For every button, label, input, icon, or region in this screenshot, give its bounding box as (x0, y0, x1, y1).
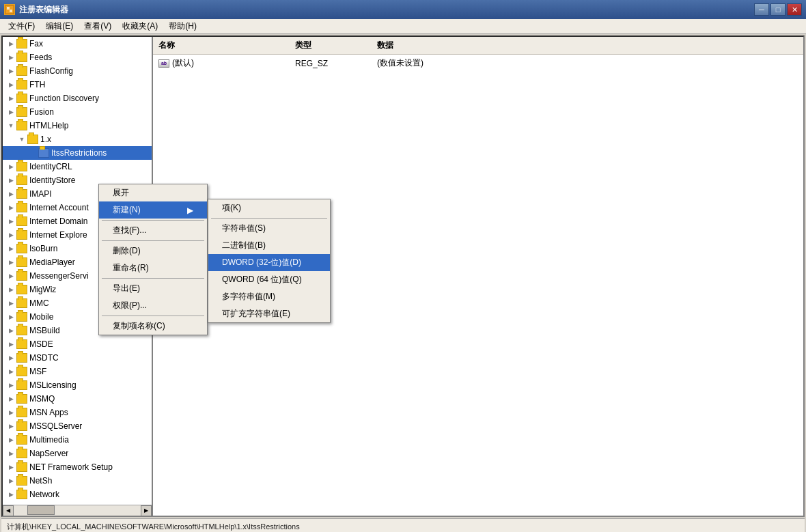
tree-label-mmc: MMC (29, 298, 49, 308)
menu-view[interactable]: 查看(V) (79, 19, 117, 33)
folder-icon-msdtc (16, 353, 27, 363)
tree-item-fusion[interactable]: ▶ Fusion (3, 105, 152, 119)
menu-edit[interactable]: 编辑(E) (40, 19, 79, 33)
tree-hscrollbar[interactable]: ◀ ▶ (3, 505, 152, 516)
tree-item-msdtc[interactable]: ▶ MSDTC (3, 351, 152, 365)
expand-icon-internetaccount: ▶ (5, 202, 16, 213)
folder-icon-internetaccount (16, 203, 27, 212)
folder-icon-network (16, 490, 27, 499)
tree-label-msde: MSDE (29, 339, 53, 349)
tree-item-htmlhelp[interactable]: ▼ HTMLHelp (3, 119, 152, 132)
tree-item-msmq[interactable]: ▶ MSMQ (3, 392, 152, 406)
menu-bar: 文件(F) 编辑(E) 查看(V) 收藏夹(A) 帮助(H) (0, 19, 806, 34)
expand-icon-msnapps: ▶ (5, 407, 16, 418)
tree-label-messengerservi: MessengerServi (29, 271, 89, 281)
tree-item-msde[interactable]: ▶ MSDE (3, 337, 152, 351)
tree-item-itssrestrictions[interactable]: ItssRestrictions (3, 146, 152, 160)
expand-icon-fusion: ▶ (5, 107, 16, 117)
menu-file[interactable]: 文件(F) (3, 19, 40, 33)
folder-icon-internetdomain (16, 216, 27, 226)
maximize-button[interactable]: □ (770, 3, 786, 16)
folder-icon-imapi (16, 189, 27, 199)
tree-item-flashconfig[interactable]: ▶ FlashConfig (3, 64, 152, 78)
tree-item-network[interactable]: ▶ Network (3, 488, 152, 501)
submenu-dword[interactable]: DWORD (32-位)值(D) (208, 254, 330, 271)
tree-item-1x[interactable]: ▼ 1.x (3, 132, 152, 146)
hscroll-right-btn[interactable]: ▶ (141, 505, 152, 516)
status-text: 计算机\HKEY_LOCAL_MACHINE\SOFTWARE\Microsof… (7, 522, 300, 532)
tree-label-1x: 1.x (40, 135, 51, 144)
context-menu: 展开 新建(N) ▶ 查找(F)... 删除(D) 重命名(R) 导出(E) 权… (98, 184, 208, 335)
tree-item-mslicensing[interactable]: ▶ MSLicensing (3, 378, 152, 392)
submenu-qword[interactable]: QWORD (64 位)值(Q) (208, 271, 330, 288)
submenu-multistring[interactable]: 多字符串值(M) (208, 288, 330, 305)
submenu-binary[interactable]: 二进制值(B) (208, 237, 330, 254)
tree-label-htmlhelp: HTMLHelp (29, 121, 68, 130)
hscroll-left-btn[interactable]: ◀ (3, 505, 14, 516)
tree-label-fax: Fax (29, 39, 43, 48)
expand-icon-identitycrl: ▶ (5, 161, 16, 172)
app-icon (4, 4, 15, 15)
expand-icon-funcdiscovery: ▶ (5, 93, 16, 104)
tree-item-mssqlserver[interactable]: ▶ MSSQLServer (3, 419, 152, 433)
submenu-key[interactable]: 项(K) (208, 199, 330, 216)
expand-icon-netsh: ▶ (5, 475, 16, 486)
folder-icon-msde (16, 339, 27, 349)
expand-icon-msde: ▶ (5, 339, 16, 350)
expand-icon-identitystore: ▶ (5, 175, 16, 186)
ctx-new[interactable]: 新建(N) ▶ (99, 201, 207, 219)
submenu-string[interactable]: 字符串值(S) (208, 220, 330, 237)
tree-label-network: Network (29, 490, 59, 499)
expand-icon-msdtc: ▶ (5, 352, 16, 363)
menu-help[interactable]: 帮助(H) (163, 19, 202, 33)
registry-row-default[interactable]: ab (默认) REG_SZ (数值未设置) (153, 55, 803, 72)
ctx-delete[interactable]: 删除(D) (99, 242, 207, 260)
tree-item-msnapps[interactable]: ▶ MSN Apps (3, 406, 152, 419)
hscroll-thumb[interactable] (27, 505, 55, 515)
expand-icon-napserver: ▶ (5, 448, 16, 459)
hscroll-track[interactable] (14, 505, 141, 516)
title-bar-left: 注册表编辑器 (4, 4, 68, 16)
tree-label-mssqlserver: MSSQLServer (29, 421, 82, 431)
ctx-export[interactable]: 导出(E) (99, 280, 207, 297)
tree-label-mediaplayer: MediaPlayer (29, 257, 75, 267)
ctx-rename[interactable]: 重命名(R) (99, 260, 207, 277)
title-text: 注册表编辑器 (19, 4, 68, 16)
registry-name-label: (默认) (172, 57, 194, 69)
tree-label-msdtc: MSDTC (29, 353, 59, 363)
tree-label-internetdomain: Internet Domain (29, 216, 87, 226)
right-header: 名称 类型 数据 (153, 37, 803, 55)
folder-icon-mmc (16, 298, 27, 308)
expand-icon-mobile: ▶ (5, 311, 16, 322)
expand-icon-htmlhelp: ▼ (5, 120, 16, 131)
menu-favorites[interactable]: 收藏夹(A) (117, 19, 163, 33)
tree-item-identitycrl[interactable]: ▶ IdentityCRL (3, 160, 152, 173)
folder-icon-1x (27, 135, 38, 144)
tree-item-feeds[interactable]: ▶ Feeds (3, 51, 152, 64)
tree-item-funcdiscovery[interactable]: ▶ Function Discovery (3, 92, 152, 105)
tree-item-msf[interactable]: ▶ MSF (3, 365, 152, 378)
tree-item-napserver[interactable]: ▶ NapServer (3, 447, 152, 460)
tree-label-imapi: IMAPI (29, 189, 52, 199)
col-header-name: 名称 (153, 38, 290, 53)
submenu-expandstring[interactable]: 可扩充字符串值(E) (208, 305, 330, 322)
minimize-button[interactable]: ─ (754, 3, 769, 16)
tree-item-fax[interactable]: ▶ Fax (3, 37, 152, 51)
tree-label-itssrestrictions: ItssRestrictions (51, 148, 107, 158)
tree-label-funcdiscovery: Function Discovery (29, 94, 99, 103)
ctx-sep1 (102, 220, 204, 221)
ctx-find[interactable]: 查找(F)... (99, 222, 207, 239)
col-header-type: 类型 (290, 38, 372, 53)
folder-icon-netframework (16, 462, 27, 472)
tree-item-netframework[interactable]: ▶ NET Framework Setup (3, 460, 152, 474)
tree-item-netsh[interactable]: ▶ NetSh (3, 474, 152, 488)
close-button[interactable]: ✕ (787, 3, 802, 16)
tree-item-fth[interactable]: ▶ FTH (3, 78, 152, 92)
tree-item-multimedia[interactable]: ▶ Multimedia (3, 433, 152, 447)
ctx-expand[interactable]: 展开 (99, 184, 207, 201)
ctx-copyname[interactable]: 复制项名称(C) (99, 318, 207, 335)
folder-icon-feeds (16, 53, 27, 62)
ctx-permissions[interactable]: 权限(P)... (99, 297, 207, 314)
expand-icon-msf: ▶ (5, 366, 16, 377)
expand-icon-multimedia: ▶ (5, 434, 16, 445)
